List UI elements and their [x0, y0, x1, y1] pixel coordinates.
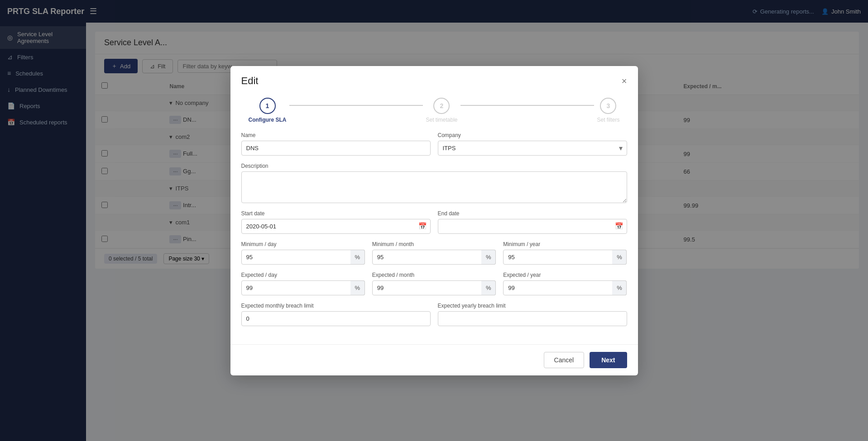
step-line-1	[289, 105, 423, 106]
exp-month-input[interactable]	[372, 280, 496, 295]
step-3-circle: 3	[600, 98, 616, 114]
yearly-breach-label: Expected yearly breach limit	[438, 303, 627, 309]
company-select[interactable]: ITPS com1 com2 No company	[438, 141, 627, 156]
description-input[interactable]	[241, 171, 627, 203]
exp-day-wrapper: %	[241, 280, 365, 295]
step-1: 1 Configure SLA	[249, 98, 287, 123]
breach-row: Expected monthly breach limit Expected y…	[241, 303, 627, 326]
step-1-circle: 1	[259, 98, 276, 114]
monthly-breach-label: Expected monthly breach limit	[241, 303, 431, 309]
min-day-group: Minimum / day %	[241, 241, 365, 265]
yearly-breach-group: Expected yearly breach limit	[438, 303, 627, 326]
start-date-label: Start date	[241, 210, 431, 217]
name-input[interactable]	[241, 141, 431, 156]
step-2-circle: 2	[433, 98, 450, 114]
company-select-wrapper: ITPS com1 com2 No company ▾	[438, 141, 627, 156]
exp-month-wrapper: %	[372, 280, 496, 295]
start-date-input[interactable]	[241, 219, 431, 234]
min-row: Minimum / day % Minimum / month %	[241, 241, 627, 265]
description-row: Description	[241, 163, 627, 203]
exp-month-label: Expected / month	[372, 272, 496, 278]
step-2-label: Set timetable	[426, 117, 457, 123]
min-month-input[interactable]	[372, 250, 496, 265]
min-day-wrapper: %	[241, 250, 365, 265]
company-label: Company	[438, 132, 627, 138]
exp-day-label: Expected / day	[241, 272, 365, 278]
step-3-label: Set filters	[597, 117, 619, 123]
end-date-wrapper: 📅	[438, 219, 627, 234]
step-3: 3 Set filters	[597, 98, 619, 123]
description-group: Description	[241, 163, 627, 203]
date-row: Start date 📅 End date 📅	[241, 210, 627, 234]
min-month-label: Minimum / month	[372, 241, 496, 247]
monthly-breach-input[interactable]	[241, 311, 431, 326]
dialog-header: Edit ×	[230, 66, 638, 87]
edit-dialog: Edit × 1 Configure SLA 2 Set timetable	[230, 66, 638, 375]
percent-icon: %	[612, 250, 627, 265]
company-group: Company ITPS com1 com2 No company ▾	[438, 132, 627, 156]
step-1-label: Configure SLA	[249, 117, 287, 123]
calendar-icon[interactable]: 📅	[615, 222, 623, 230]
min-year-group: Minimum / year %	[503, 241, 627, 265]
percent-icon: %	[612, 280, 627, 295]
percent-icon: %	[350, 280, 365, 295]
min-day-label: Minimum / day	[241, 241, 365, 247]
name-label: Name	[241, 132, 431, 138]
dialog-body: Name Company ITPS com1 com2 No company	[230, 128, 638, 344]
stepper: 1 Configure SLA 2 Set timetable 3 Set	[230, 87, 638, 128]
monthly-breach-group: Expected monthly breach limit	[241, 303, 431, 326]
min-month-wrapper: %	[372, 250, 496, 265]
exp-day-group: Expected / day %	[241, 272, 365, 295]
yearly-breach-input[interactable]	[438, 311, 627, 326]
exp-year-label: Expected / year	[503, 272, 627, 278]
step-line-2	[460, 105, 595, 106]
min-year-label: Minimum / year	[503, 241, 627, 247]
min-year-wrapper: %	[503, 250, 627, 265]
modal-overlay: Edit × 1 Configure SLA 2 Set timetable	[0, 0, 868, 441]
next-button[interactable]: Next	[590, 352, 627, 368]
exp-day-input[interactable]	[241, 280, 365, 295]
calendar-icon[interactable]: 📅	[418, 222, 427, 230]
start-date-wrapper: 📅	[241, 219, 431, 234]
dialog-title: Edit	[241, 75, 259, 87]
min-day-input[interactable]	[241, 250, 365, 265]
percent-icon: %	[481, 250, 496, 265]
percent-icon: %	[481, 280, 496, 295]
exp-year-wrapper: %	[503, 280, 627, 295]
exp-year-group: Expected / year %	[503, 272, 627, 295]
start-date-group: Start date 📅	[241, 210, 431, 234]
min-year-input[interactable]	[503, 250, 627, 265]
end-date-group: End date 📅	[438, 210, 627, 234]
close-button[interactable]: ×	[622, 76, 627, 85]
end-date-input[interactable]	[438, 219, 627, 234]
exp-month-group: Expected / month %	[372, 272, 496, 295]
end-date-label: End date	[438, 210, 627, 217]
description-label: Description	[241, 163, 627, 169]
step-2: 2 Set timetable	[426, 98, 457, 123]
min-month-group: Minimum / month %	[372, 241, 496, 265]
name-company-row: Name Company ITPS com1 com2 No company	[241, 132, 627, 156]
percent-icon: %	[350, 250, 365, 265]
name-group: Name	[241, 132, 431, 156]
dialog-footer: Cancel Next	[230, 344, 638, 375]
exp-row: Expected / day % Expected / month %	[241, 272, 627, 295]
cancel-button[interactable]: Cancel	[544, 352, 585, 368]
exp-year-input[interactable]	[503, 280, 627, 295]
